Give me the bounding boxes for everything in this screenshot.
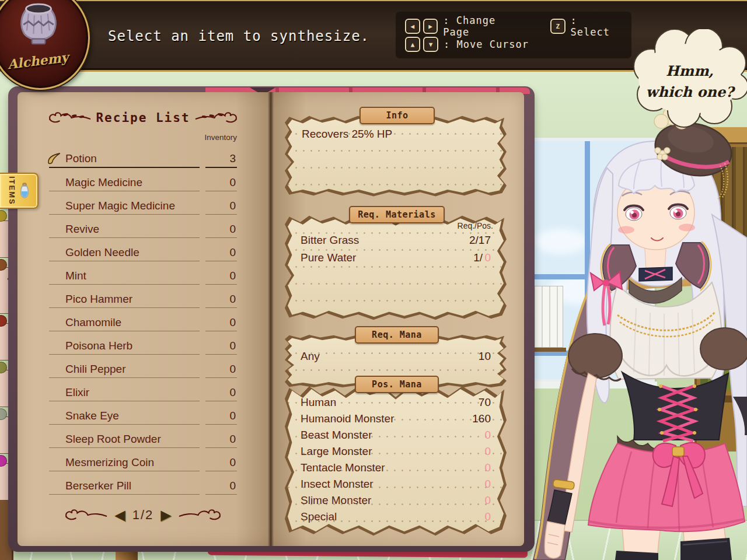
character-art: [519, 98, 747, 560]
req-mana-panel-tab: Req. Mana: [355, 326, 439, 344]
recipe-name: Chamomile: [49, 316, 200, 331]
recipe-name: Chili Pepper: [49, 363, 200, 378]
change-page-label: : Change Page: [443, 15, 527, 38]
left-arrow-key-icon: ◀: [405, 19, 420, 34]
recipe-name: Golden Needle: [49, 246, 200, 261]
recipe-inventory-count: 0: [205, 316, 237, 331]
recipe-row[interactable]: Mint0: [49, 261, 237, 285]
mana-row: Slime Monster0: [288, 492, 504, 509]
mana-value: 0: [484, 478, 491, 491]
recipe-name: Snake Eye: [49, 410, 200, 425]
pager: ◀ 1/2 ▶: [35, 508, 251, 523]
z-key-icon: Z: [550, 19, 566, 34]
recipe-row[interactable]: Super Magic Medicine0: [49, 191, 237, 215]
recipe-row[interactable]: Snake Eye0: [49, 401, 237, 425]
badge-title: Alchemy: [0, 48, 79, 74]
recipe-row[interactable]: Potion3: [49, 145, 237, 168]
recipe-row[interactable]: Mesmerizing Coin0: [49, 448, 237, 471]
recipe-inventory-count: 0: [205, 480, 237, 495]
bubble-line2: which one?: [646, 83, 735, 100]
flourish-icon: [47, 111, 91, 125]
flourish-icon: [195, 111, 239, 125]
flourish-icon: [63, 508, 107, 522]
up-arrow-key-icon: ▲: [405, 37, 420, 52]
recipe-row[interactable]: Revive0: [49, 215, 237, 238]
info-panel-tab: Info: [359, 107, 435, 124]
recipe-name: Mint: [49, 270, 200, 285]
recipe-row[interactable]: Sleep Root Powder0: [49, 425, 237, 448]
mana-name: Tentacle Monster: [301, 461, 385, 474]
recipe-inventory-count: 0: [205, 410, 237, 425]
page-indicator: 1/2: [132, 508, 154, 523]
req-materials-panel: Req./Pos. Bitter Grass2/17Pure Water1/0: [285, 214, 507, 321]
bubble-line1: Hmm,: [666, 62, 714, 79]
recipe-row[interactable]: Golden Needle0: [49, 238, 237, 261]
recipe-row[interactable]: Magic Medicine0: [49, 168, 237, 191]
recipe-row[interactable]: Chili Pepper0: [49, 355, 237, 378]
potion-bottle-icon: [19, 183, 30, 199]
recipe-name: Poisona Herb: [49, 340, 200, 355]
mana-value: 70: [479, 396, 491, 409]
mana-value: 0: [484, 445, 491, 458]
pos-mana-rows: Human70Humanoid Monster160Beast Monster0…: [288, 394, 504, 525]
recipe-row[interactable]: Pico Hammer0: [49, 285, 237, 308]
recipe-row[interactable]: Berserker Pill0: [49, 471, 237, 495]
mana-name: Insect Monster: [301, 478, 374, 491]
recipe-inventory-count: 0: [205, 386, 237, 401]
recipe-inventory-count: 0: [205, 433, 237, 448]
mana-name: Special: [301, 510, 337, 523]
thought-bubble: Hmm, which one?: [631, 29, 747, 128]
instruction-message: Select an item to synthesize.: [108, 28, 369, 44]
tab-label: ITEMS: [8, 176, 16, 205]
recipe-name: Pico Hammer: [49, 293, 200, 308]
material-possessed: 0: [483, 251, 491, 264]
recipe-inventory-count: 0: [205, 176, 237, 191]
pos-mana-panel: Human70Humanoid Monster160Beast Monster0…: [285, 383, 507, 537]
recipe-row[interactable]: Poisona Herb0: [49, 331, 237, 355]
mana-row: Beast Monster0: [288, 427, 504, 443]
right-arrow-key-icon: ▶: [423, 19, 438, 34]
recipe-inventory-count: 0: [205, 223, 237, 238]
mana-value: 0: [484, 494, 491, 507]
alchemy-pot-icon: [13, 0, 64, 47]
mana-name: Large Monster: [301, 445, 372, 458]
mana-row: Large Monster0: [288, 443, 504, 460]
req-materials-panel-tab: Req. Materials: [349, 206, 445, 223]
recipe-inventory-count: 0: [205, 363, 237, 378]
recipe-inventory-count: 0: [205, 246, 237, 261]
req-pos-column-label: Req./Pos.: [458, 221, 493, 230]
move-cursor-label: : Move Cursor: [444, 38, 529, 50]
next-page-arrow-icon[interactable]: ▶: [160, 508, 171, 522]
pos-mana-panel-tab: Pos. Mana: [355, 376, 439, 393]
recipe-name: Berserker Pill: [49, 480, 200, 495]
sidebar-tab-items[interactable]: ITEMS: [0, 173, 39, 209]
mana-name: Human: [301, 396, 336, 409]
inventory-column-label: Inventory: [49, 133, 237, 142]
recipe-name: Elixir: [49, 386, 200, 401]
materials-rows: Bitter Grass2/17Pure Water1/0: [288, 232, 504, 267]
recipe-name: Revive: [49, 223, 200, 238]
recipe-inventory-count: 0: [205, 456, 237, 471]
mana-row: Any10: [288, 348, 504, 365]
mana-value: 10: [479, 350, 491, 363]
mana-value: 160: [472, 412, 491, 425]
recipe-inventory-count: 0: [205, 340, 237, 355]
info-panel: Recovers 25% HP: [285, 114, 507, 197]
recipe-inventory-count: 0: [205, 270, 237, 285]
select-label: : Select: [571, 15, 622, 38]
prev-page-arrow-icon[interactable]: ◀: [114, 508, 125, 522]
flourish-icon: [179, 508, 223, 522]
recipe-row[interactable]: Chamomile0: [49, 308, 237, 331]
mana-name: Slime Monster: [301, 494, 371, 507]
recipe-name: Magic Medicine: [49, 176, 200, 191]
mana-name: Humanoid Monster: [301, 412, 395, 425]
recipe-row[interactable]: Elixir0: [49, 378, 237, 401]
mana-row: Special0: [288, 509, 504, 525]
info-text: Recovers 25% HP: [302, 128, 392, 141]
material-required: 2: [469, 234, 476, 247]
mana-row: Insect Monster0: [288, 476, 504, 492]
mana-value: 0: [484, 429, 491, 442]
material-name: Pure Water: [301, 251, 356, 264]
mana-row: Humanoid Monster160: [288, 411, 504, 427]
page-title: Recipe List: [96, 111, 190, 125]
